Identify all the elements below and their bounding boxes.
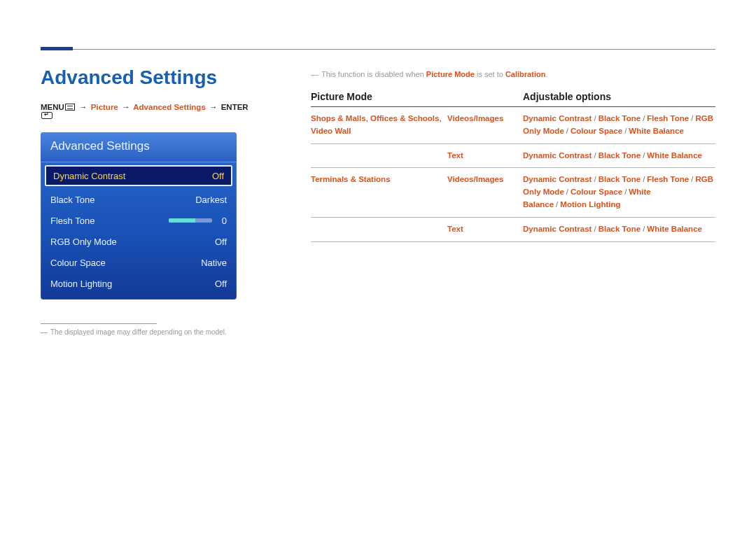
dash-icon: ― bbox=[41, 328, 48, 336]
cell-subtype: Text bbox=[447, 150, 523, 162]
opt: Flesh Tone bbox=[647, 114, 689, 122]
table-row: Text Dynamic Contrast/Black Tone/White B… bbox=[311, 218, 715, 242]
cell-picture-mode: Shops & Malls, Offices & Schools, Video … bbox=[311, 113, 447, 138]
th-adjustable: Adjustable options bbox=[523, 91, 715, 102]
osd-value: Off bbox=[215, 237, 227, 247]
arrow-icon: → bbox=[120, 103, 132, 111]
cell-options: Dynamic Contrast/Black Tone/White Balanc… bbox=[523, 223, 715, 236]
th-picture-mode: Picture Mode bbox=[311, 91, 447, 102]
osd-title: Advanced Settings bbox=[41, 132, 237, 162]
osd-row-colour-space[interactable]: Colour Space Native bbox=[41, 252, 237, 273]
opt: Flesh Tone bbox=[647, 175, 689, 183]
note-post: . bbox=[545, 70, 547, 78]
breadcrumb-advanced: Advanced Settings bbox=[133, 103, 206, 111]
footnote-rule bbox=[41, 323, 157, 324]
cell-picture-mode bbox=[311, 223, 447, 236]
page-top-rule bbox=[41, 49, 715, 50]
opt: White Balance bbox=[647, 225, 702, 233]
note-line: ―This function is disabled when Picture … bbox=[311, 70, 715, 78]
opt: Dynamic Contrast bbox=[523, 175, 592, 183]
note-hl1: Picture Mode bbox=[426, 70, 475, 78]
enter-icon bbox=[41, 112, 52, 119]
opt: Black Tone bbox=[598, 225, 641, 233]
breadcrumb-menu: MENU bbox=[41, 103, 64, 111]
breadcrumb: MENU → Picture → Advanced Settings → ENT… bbox=[41, 103, 251, 120]
arrow-icon: → bbox=[208, 103, 219, 111]
breadcrumb-enter: ENTER bbox=[221, 103, 248, 111]
opt: Black Tone bbox=[598, 151, 641, 160]
cell-picture-mode: Terminals & Stations bbox=[311, 174, 447, 211]
menu-icon bbox=[65, 104, 75, 111]
osd-row-motion-lighting[interactable]: Motion Lighting Off bbox=[41, 273, 237, 294]
cell-subtype: Text bbox=[447, 223, 523, 236]
cell-options: Dynamic Contrast/Black Tone/Flesh Tone/R… bbox=[523, 174, 715, 211]
slider[interactable] bbox=[169, 218, 212, 223]
mode-text: Video Wall bbox=[311, 127, 351, 135]
osd-label: Dynamic Contrast bbox=[53, 171, 125, 181]
opt: Black Tone bbox=[598, 114, 641, 122]
table-row: Text Dynamic Contrast/Black Tone/White B… bbox=[311, 144, 715, 169]
opt: White Balance bbox=[647, 151, 702, 160]
opt: Motion Lighting bbox=[560, 200, 620, 209]
cell-options: Dynamic Contrast/Black Tone/White Balanc… bbox=[523, 150, 715, 162]
osd-label: Motion Lighting bbox=[50, 279, 112, 289]
osd-label: Colour Space bbox=[50, 258, 106, 268]
opt: Dynamic Contrast bbox=[523, 114, 592, 122]
breadcrumb-picture: Picture bbox=[91, 103, 118, 111]
osd-value: 0 bbox=[222, 216, 227, 226]
opt: Colour Space bbox=[570, 127, 622, 135]
table-row: Terminals & Stations Videos/Images Dynam… bbox=[311, 168, 715, 217]
arrow-icon: → bbox=[78, 103, 89, 111]
osd-value: Off bbox=[215, 279, 227, 289]
note-hl2: Calibration bbox=[505, 70, 545, 78]
osd-value: Native bbox=[201, 258, 227, 268]
osd-label: Flesh Tone bbox=[50, 216, 94, 226]
cell-subtype: Videos/Images bbox=[447, 113, 523, 138]
table-row: Shops & Malls, Offices & Schools, Video … bbox=[311, 107, 715, 144]
opt: Dynamic Contrast bbox=[523, 151, 592, 160]
right-column: ―This function is disabled when Picture … bbox=[311, 70, 715, 242]
mode-text: Shops & Malls bbox=[311, 114, 366, 122]
page-top-accent bbox=[41, 47, 73, 50]
osd-label: RGB Only Mode bbox=[50, 237, 117, 247]
osd-panel: Advanced Settings Dynamic Contrast Off B… bbox=[41, 132, 237, 300]
osd-label: Black Tone bbox=[50, 195, 94, 205]
opt: White Balance bbox=[629, 127, 684, 135]
mode-text: Offices & Schools bbox=[370, 114, 439, 122]
osd-value: Darkest bbox=[195, 195, 227, 205]
note-mid: is set to bbox=[475, 70, 505, 78]
left-column: Advanced Settings MENU → Picture → Advan… bbox=[41, 66, 251, 336]
table-header: Picture Mode Adjustable options bbox=[311, 91, 715, 107]
opt: Colour Space bbox=[570, 188, 622, 196]
slider-fill bbox=[169, 218, 195, 223]
osd-row-flesh-tone[interactable]: Flesh Tone 0 bbox=[41, 210, 237, 231]
osd-row-black-tone[interactable]: Black Tone Darkest bbox=[41, 189, 237, 210]
opt: Black Tone bbox=[598, 175, 641, 183]
footnote: ―The displayed image may differ dependin… bbox=[41, 328, 251, 336]
osd-row-dynamic-contrast[interactable]: Dynamic Contrast Off bbox=[45, 165, 232, 186]
opt: Dynamic Contrast bbox=[523, 225, 592, 233]
cell-picture-mode bbox=[311, 150, 447, 162]
note-pre: This function is disabled when bbox=[321, 70, 426, 78]
th-spacer bbox=[447, 91, 523, 102]
osd-value: Off bbox=[212, 171, 224, 181]
options-table: Picture Mode Adjustable options Shops & … bbox=[311, 91, 715, 242]
page-title: Advanced Settings bbox=[41, 66, 251, 89]
footnote-text: The displayed image may differ depending… bbox=[50, 328, 227, 336]
cell-subtype: Videos/Images bbox=[447, 174, 523, 211]
osd-row-rgb-only[interactable]: RGB Only Mode Off bbox=[41, 231, 237, 252]
dash-icon: ― bbox=[311, 70, 318, 78]
cell-options: Dynamic Contrast/Black Tone/Flesh Tone/R… bbox=[523, 113, 715, 138]
